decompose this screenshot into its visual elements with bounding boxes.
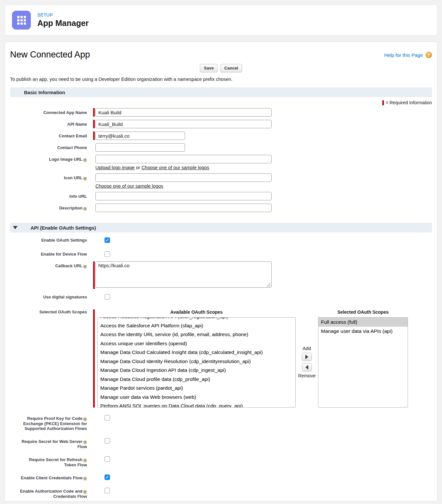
auth-code-credentials-line1: Enable Authorization Code and [20, 489, 82, 494]
scope-option[interactable]: Access the Salesforce API Platform (sfap… [98, 321, 295, 330]
icon-url-input[interactable] [95, 173, 272, 182]
scope-option[interactable]: Full access (full) [318, 318, 408, 327]
oauth-scopes-row: Selected OAuth Scopes Available OAuth Sc… [10, 309, 432, 408]
enable-oauth-checkbox[interactable] [104, 237, 110, 243]
required-legend-text: = Required Information [386, 100, 432, 105]
add-scope-button[interactable] [302, 353, 312, 361]
cancel-button[interactable]: Cancel [220, 64, 242, 72]
device-flow-label: Enable for Device Flow [10, 250, 87, 257]
app-manager-icon [12, 11, 31, 30]
pkce-label-line1: Require Proof Key for Code [27, 416, 82, 421]
refresh-secret-line1: Require Secret for Refresh [29, 457, 82, 462]
help-icon[interactable] [83, 417, 87, 421]
section-api-oauth: API (Enable OAuth Settings) [10, 223, 432, 233]
help-icon[interactable] [83, 158, 87, 162]
grid-icon [17, 16, 26, 25]
web-server-secret-line1: Require Secret for Web Server [21, 439, 82, 444]
arrow-left-icon [305, 365, 308, 370]
page-title: New Connected App [10, 50, 90, 60]
required-bar [93, 120, 95, 128]
client-credentials-checkbox[interactable] [104, 474, 110, 480]
new-connected-app-panel: New Connected App Help for this Page Sav… [5, 42, 437, 501]
scope-option[interactable]: Manage Pardot services (pardot_api) [98, 384, 295, 393]
save-button[interactable]: Save [200, 64, 217, 72]
auth-code-credentials-line2: Credentials Flow [53, 494, 87, 499]
refresh-secret-row: Require Secret for Refresh Token Flow [10, 455, 432, 467]
info-url-label: Info URL [10, 192, 87, 200]
scope-option[interactable]: Manage Data Cloud Calculated Insight dat… [98, 348, 295, 357]
contact-email-label: Contact Email [10, 132, 87, 140]
enable-oauth-label: Enable OAuth Settings [10, 236, 87, 243]
selected-oauth-scopes-label: Selected OAuth Scopes [10, 309, 87, 408]
web-server-secret-row: Require Secret for Web Server Flow [10, 437, 432, 449]
add-label: Add [303, 346, 311, 351]
connected-app-name-input[interactable] [95, 108, 272, 117]
scope-option[interactable]: Access Headless Registration API (user_r… [98, 317, 295, 321]
callback-url-label: Callback URL [55, 263, 82, 268]
pkce-label-line3: Supported Authorization Flows [25, 426, 87, 431]
connected-app-name-label: Connected App Name [10, 108, 87, 117]
scope-option[interactable]: Perform ANSI SQL queries on Data Cloud d… [98, 401, 295, 408]
pkce-row: Require Proof Key for Code Exchange (PKC… [10, 414, 432, 431]
api-name-input[interactable] [95, 120, 272, 128]
scope-option[interactable]: Access unique user identifiers (openid) [98, 339, 295, 348]
digital-signatures-checkbox[interactable] [104, 294, 110, 300]
digital-signatures-label: Use digital signatures [10, 293, 87, 300]
description-label: Description [59, 206, 82, 210]
scope-option[interactable]: Manage Data Cloud profile data (cdp_prof… [98, 375, 295, 384]
device-flow-checkbox[interactable] [104, 251, 110, 257]
contact-email-input[interactable] [95, 132, 185, 140]
help-icon[interactable] [425, 52, 432, 58]
scope-option[interactable]: Manage Data Cloud Identity Resolution (c… [98, 357, 295, 366]
scope-option[interactable]: Manage Data Cloud Ingestion API data (cd… [98, 366, 295, 375]
callback-url-input[interactable]: https://kuali.co [95, 261, 272, 288]
description-row: Description [10, 204, 432, 212]
required-bar [93, 108, 95, 117]
available-scopes-listbox[interactable]: Access Headless Registration API (user_r… [97, 317, 296, 408]
collapse-section-icon[interactable] [13, 226, 18, 229]
icon-url-label: Icon URL [64, 175, 82, 180]
connected-app-name-row: Connected App Name [10, 108, 432, 117]
required-bar [93, 309, 95, 408]
section-api-title: API (Enable OAuth Settings) [31, 225, 96, 231]
info-url-row: Info URL [10, 192, 432, 200]
web-server-secret-checkbox[interactable] [104, 438, 110, 444]
api-name-row: API Name [10, 120, 432, 128]
help-icon[interactable] [83, 459, 87, 462]
logo-image-url-row: Logo Image URL Upload logo image or Choo… [10, 155, 432, 170]
choose-sample-icon-link[interactable]: Choose one of our sample logos [95, 183, 163, 189]
help-icon[interactable] [83, 177, 87, 181]
help-icon[interactable] [83, 440, 87, 444]
client-credentials-row: Enable Client Credentials Flow [10, 473, 432, 481]
pkce-checkbox[interactable] [104, 415, 110, 421]
scope-option[interactable]: Manage user data via Web browsers (web) [98, 393, 295, 402]
help-icon[interactable] [83, 207, 87, 211]
help-icon[interactable] [83, 490, 87, 494]
upload-logo-image-link[interactable]: Upload logo image [95, 165, 135, 170]
remove-scope-button[interactable] [302, 363, 312, 372]
form-actions: Save Cancel [10, 64, 432, 72]
scope-option[interactable]: Access the identity URL service (id, pro… [98, 330, 295, 339]
client-credentials-label: Enable Client Credentials Flow [21, 475, 82, 480]
digital-signatures-row: Use digital signatures [10, 293, 432, 300]
help-for-this-page-link[interactable]: Help for this Page [384, 52, 423, 58]
callback-url-row: Callback URL https://kuali.co [10, 261, 432, 289]
selected-scopes-listbox[interactable]: Full access (full)Manage user data via A… [318, 317, 408, 408]
help-icon[interactable] [83, 265, 87, 269]
logo-image-url-label: Logo Image URL [49, 157, 82, 162]
info-url-input[interactable] [95, 192, 272, 200]
or-text: or [136, 165, 140, 170]
section-basic-information: Basic Information [10, 87, 432, 97]
selected-scopes-header: Selected OAuth Scopes [318, 309, 408, 315]
logo-image-url-input[interactable] [95, 155, 272, 163]
description-input[interactable] [95, 204, 272, 212]
required-bar [93, 261, 95, 289]
scope-option[interactable]: Manage user data via APIs (api) [318, 327, 408, 336]
help-icon[interactable] [83, 477, 87, 481]
refresh-secret-checkbox[interactable] [104, 456, 110, 462]
icon-url-row: Icon URL Choose one of our sample logos [10, 173, 432, 189]
remove-label: Remove [298, 373, 316, 378]
auth-code-credentials-checkbox[interactable] [104, 488, 110, 493]
choose-sample-logo-link[interactable]: Choose one of our sample logos [141, 165, 209, 170]
contact-phone-input[interactable] [95, 143, 185, 152]
